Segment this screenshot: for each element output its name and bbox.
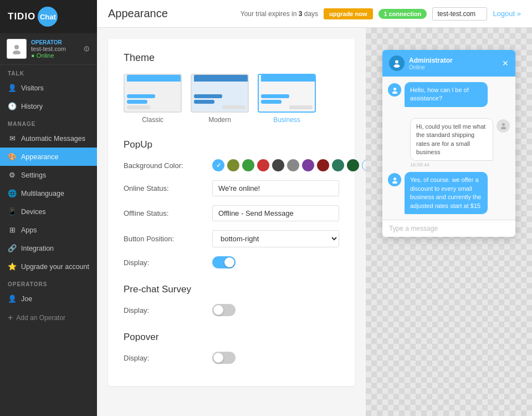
swatch-edit-icon[interactable]: ✎ — [362, 159, 366, 171]
popover-section-title: Popover — [124, 332, 339, 343]
sidebar-item-joe[interactable]: 👤 Joe — [0, 290, 97, 308]
display-toggle[interactable] — [212, 256, 236, 268]
theme-options: Classic — [124, 74, 339, 124]
chat-message-3: Yes, of course. we offer a discount to e… — [388, 172, 510, 214]
swatch-teal[interactable] — [332, 159, 344, 171]
chat-bubble-1: Hello, how can I be of assistance? — [405, 82, 488, 107]
apps-icon: ⊞ — [8, 226, 17, 234]
sidebar-item-apps[interactable]: ⊞ Apps — [0, 221, 97, 239]
svg-point-6 — [502, 123, 505, 126]
chat-header-avatar — [389, 55, 405, 71]
sidebar-item-history[interactable]: 🕐 History — [0, 97, 97, 115]
prechat-display-toggle[interactable] — [212, 304, 236, 316]
sidebar: TIDIO Chat OPERATOR test-test.com ● Onli… — [0, 0, 97, 416]
settings-panel: Theme — [97, 28, 366, 416]
sidebar-item-multilanguage[interactable]: 🌐 Multilanguage — [0, 184, 97, 202]
agent-avatar-1 — [388, 83, 401, 97]
sidebar-item-automatic-messages[interactable]: ✉ Automatic Messages — [0, 129, 97, 148]
chat-messages: Hello, how can I be of assistance? 18:08… — [382, 77, 515, 220]
chat-preview-header: Administrator Online ✕ — [382, 50, 515, 77]
upgrade-now-button[interactable]: upgrade now — [324, 8, 372, 19]
sidebar-item-appearance[interactable]: 🎨 Appearance — [0, 148, 97, 166]
preview-panel: Administrator Online ✕ Hell — [366, 28, 532, 416]
swatch-maroon[interactable] — [317, 159, 329, 171]
theme-business-label: Business — [273, 116, 300, 124]
theme-section-title: Theme — [124, 52, 339, 64]
online-status-label: Online Status: — [124, 184, 212, 192]
prechat-section-title: Pre-chat Survey — [124, 284, 339, 295]
prechat-display-label: Display: — [124, 306, 212, 314]
sidebar-domain: test-test.com — [31, 45, 83, 52]
sidebar-item-joe-label: Joe — [21, 295, 32, 303]
sidebar-item-multilanguage-label: Multilanguage — [21, 190, 64, 197]
sidebar-item-devices[interactable]: 📱 Devices — [0, 202, 97, 221]
popover-toggle-thumb — [213, 353, 223, 363]
multilanguage-icon: 🌐 — [8, 189, 17, 197]
topbar-right: Your trial expires in 3 days upgrade now… — [241, 7, 521, 21]
display-label: Display: — [124, 258, 212, 267]
chat-input-area[interactable]: Type a message — [382, 220, 515, 237]
swatch-gray[interactable] — [287, 159, 299, 171]
svg-point-5 — [392, 91, 397, 94]
sidebar-item-integration-label: Integration — [21, 245, 54, 252]
color-swatches: ✎ — [212, 159, 366, 171]
swatch-blue[interactable] — [212, 159, 224, 171]
sidebar-user-section: OPERATOR test-test.com ● Online ⚙ — [0, 33, 97, 65]
main-content: Appearance Your trial expires in 3 days … — [97, 0, 532, 416]
swatch-darkgreen[interactable] — [347, 159, 359, 171]
button-position-select[interactable]: bottom-right bottom-left top-right top-l… — [212, 230, 339, 247]
chat-header-status: Online — [409, 64, 453, 70]
automatic-messages-icon: ✉ — [8, 134, 17, 143]
theme-business-thumbnail — [258, 74, 316, 113]
chat-message-1: Hello, how can I be of assistance? 18:08… — [388, 82, 510, 114]
history-icon: 🕐 — [8, 102, 17, 110]
trial-days: 3 — [299, 10, 303, 18]
chat-timestamp-2: 16:09:44 — [410, 162, 493, 168]
popover-display-label: Display: — [124, 354, 212, 362]
swatch-olive[interactable] — [227, 159, 239, 171]
sidebar-item-upgrade[interactable]: ⭐ Upgrade your account — [0, 257, 97, 276]
sidebar-item-settings[interactable]: ⚙ Settings — [0, 166, 97, 184]
svg-point-4 — [393, 88, 396, 90]
bg-color-row: Background Color: ✎ — [124, 159, 339, 171]
domain-select[interactable]: test-test.com — [432, 7, 487, 21]
chat-preview: Administrator Online ✕ Hell — [382, 50, 515, 237]
swatch-purple[interactable] — [302, 159, 314, 171]
display-row: Display: — [124, 256, 339, 268]
popover-display-row: Display: — [124, 352, 339, 364]
theme-business[interactable]: Business — [258, 74, 316, 124]
sidebar-item-apps-label: Apps — [21, 226, 37, 234]
add-operator-label: Add an Operator — [16, 314, 65, 322]
logo-tidio-text: TIDIO — [8, 11, 35, 22]
swatch-red[interactable] — [257, 159, 269, 171]
theme-classic[interactable]: Classic — [124, 74, 182, 124]
popover-display-toggle[interactable] — [212, 352, 236, 364]
sidebar-online-status: ● Online — [31, 52, 83, 59]
theme-classic-thumbnail — [124, 74, 182, 113]
devices-icon: 📱 — [8, 207, 17, 216]
offline-status-input[interactable] — [212, 205, 339, 221]
chat-header-info: Administrator Online — [409, 57, 453, 70]
svg-point-9 — [392, 181, 397, 184]
sidebar-user-info: OPERATOR test-test.com ● Online — [31, 39, 83, 59]
add-operator-button[interactable]: + Add an Operator — [0, 308, 97, 328]
sidebar-item-integration[interactable]: 🔗 Integration — [0, 239, 97, 257]
chat-bubble-wrap-2: Hi, could you tell me what the standard … — [410, 118, 493, 168]
online-status-input[interactable] — [212, 180, 339, 196]
operators-section-label: OPERATORS — [0, 276, 97, 290]
appearance-icon: 🎨 — [8, 153, 17, 161]
chat-close-icon[interactable]: ✕ — [502, 59, 509, 68]
online-status-row: Online Status: — [124, 180, 339, 196]
button-position-label: Button Position: — [124, 235, 212, 243]
swatch-dark[interactable] — [272, 159, 284, 171]
prechat-section: Pre-chat Survey Display: — [124, 284, 339, 316]
sidebar-item-visitors[interactable]: 👤 Visitors — [0, 79, 97, 97]
page-title: Appearance — [108, 7, 168, 20]
popup-section-title: PopUp — [124, 139, 339, 150]
logout-button[interactable]: Logout » — [493, 9, 521, 18]
display-toggle-thumb — [224, 257, 234, 267]
chat-header-user: Administrator Online — [389, 55, 453, 71]
settings-gear-icon[interactable]: ⚙ — [83, 44, 90, 53]
theme-modern[interactable]: Modern — [191, 74, 249, 124]
swatch-green[interactable] — [242, 159, 254, 171]
